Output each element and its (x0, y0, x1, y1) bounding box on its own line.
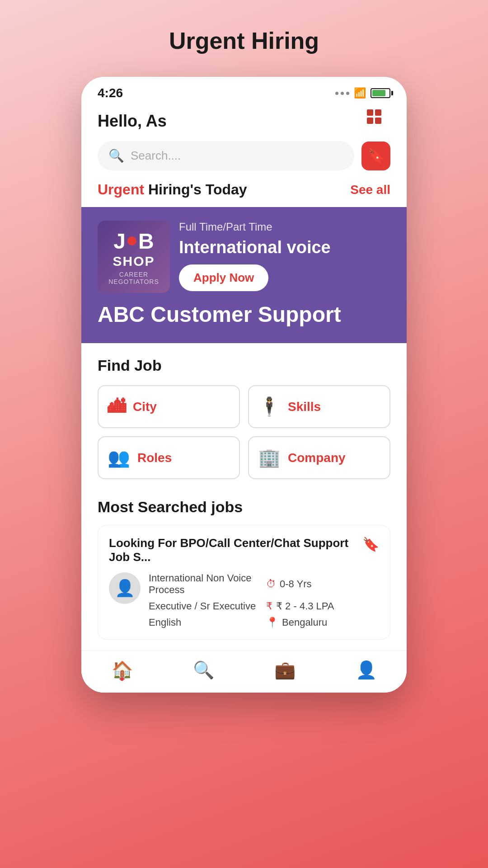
hiring-label: Hiring's Today (144, 181, 247, 198)
experience-text: 0-8 Yrs (280, 578, 312, 590)
search-input[interactable]: Search.... (131, 149, 181, 163)
find-job-title: Find Job (98, 357, 390, 374)
city-button[interactable]: 🏙 City (98, 385, 240, 428)
status-bar: 4:26 📶 (81, 77, 407, 105)
salary-text: ₹ 2 - 4.3 LPA (276, 600, 334, 612)
roles-label: Roles (137, 451, 172, 465)
job-listing-details: International Non Voice Process ⏱ 0-8 Yr… (149, 572, 379, 628)
apply-now-button[interactable]: Apply Now (179, 264, 268, 291)
app-header: Hello, As (81, 105, 407, 141)
bottom-nav: 🏠 🔍 💼 👤 (81, 651, 407, 693)
job-type: Full Time/Part Time (179, 221, 390, 233)
city-label: City (133, 400, 157, 414)
profile-icon: 👤 (356, 660, 377, 680)
find-job-grid: 🏙 City 🕴 Skills 👥 Roles 🏢 Company (98, 385, 390, 479)
status-icons: 📶 (335, 87, 390, 99)
find-job-section: Find Job 🏙 City 🕴 Skills 👥 Roles 🏢 Compa… (81, 343, 407, 479)
page-title: Urgent Hiring (169, 27, 319, 54)
location-icon: 📍 (266, 617, 278, 628)
company-button[interactable]: 🏢 Company (248, 436, 390, 479)
company-name: ABC Customer Support (98, 302, 390, 327)
bookmark-button[interactable]: 🔖 (361, 142, 390, 170)
job-card: J B SHOP CAREER NEGOTIATORS Full Time/Pa… (81, 207, 407, 343)
company-logo: J B SHOP CAREER NEGOTIATORS (98, 221, 170, 293)
roles-icon: 👥 (108, 447, 130, 468)
status-time: 4:26 (98, 86, 123, 100)
skills-button[interactable]: 🕴 Skills (248, 385, 390, 428)
experience-icon: ⏱ (266, 578, 276, 590)
city-icon: 🏙 (108, 396, 126, 417)
job-experience: ⏱ 0-8 Yrs (266, 572, 379, 596)
bookmark-icon: 🔖 (368, 148, 385, 164)
skills-icon: 🕴 (258, 396, 281, 417)
battery-icon (371, 88, 390, 98)
home-active-dot (120, 677, 124, 681)
listing-bookmark-icon[interactable]: 🔖 (362, 536, 379, 552)
language-text: English (149, 617, 181, 628)
most-searched-section: Most Searched jobs Looking For BPO/Call … (81, 487, 407, 640)
search-icon: 🔍 (108, 148, 124, 163)
salary-icon: ₹ (266, 600, 272, 612)
urgent-section-title: Urgent Hiring's Today (98, 181, 247, 198)
qr-code-button[interactable] (367, 109, 390, 133)
job-card-top: J B SHOP CAREER NEGOTIATORS Full Time/Pa… (98, 221, 390, 293)
applications-icon: 💼 (274, 660, 296, 680)
urgent-section-header: Urgent Hiring's Today See all (81, 181, 407, 207)
jobs-icon: 🔍 (193, 660, 214, 680)
job-role: International Non Voice Process (149, 572, 262, 596)
signal-dots (335, 92, 349, 95)
wifi-icon: 📶 (354, 87, 366, 99)
company-icon: 🏢 (258, 447, 281, 468)
most-searched-title: Most Searched jobs (98, 498, 390, 516)
see-all-link[interactable]: See all (350, 183, 390, 197)
search-row: 🔍 Search.... 🔖 (81, 141, 407, 181)
skills-label: Skills (288, 400, 321, 414)
job-language: English (149, 617, 262, 628)
search-bar[interactable]: 🔍 Search.... (98, 141, 354, 170)
level-text: Executive / Sr Executive (149, 600, 256, 612)
job-card-details: Full Time/Part Time International voice … (170, 221, 390, 291)
job-title: International voice (179, 238, 390, 257)
job-level: Executive / Sr Executive (149, 600, 262, 612)
job-listing-body: 👤 International Non Voice Process ⏱ 0-8 … (109, 572, 379, 628)
job-salary: ₹ ₹ 2 - 4.3 LPA (266, 600, 379, 612)
job-listing-header: Looking For BPO/Call Center/Chat Support… (109, 536, 379, 564)
company-label: Company (288, 451, 346, 465)
nav-applications[interactable]: 💼 (274, 660, 296, 680)
nav-jobs[interactable]: 🔍 (193, 660, 214, 680)
role-text: International Non Voice Process (149, 572, 262, 596)
location-text: Bengaluru (282, 617, 327, 628)
urgent-label: Urgent (98, 181, 144, 198)
job-location: 📍 Bengaluru (266, 617, 379, 628)
roles-button[interactable]: 👥 Roles (98, 436, 240, 479)
phone-frame: 4:26 📶 Hello, As 🔍 Search.... 🔖 (81, 77, 407, 693)
company-avatar: 👤 (109, 572, 141, 604)
greeting-text: Hello, As (98, 112, 167, 131)
job-listing-card: Looking For BPO/Call Center/Chat Support… (98, 525, 390, 640)
job-listing-title: Looking For BPO/Call Center/Chat Support… (109, 536, 362, 564)
nav-home[interactable]: 🏠 (112, 660, 133, 680)
nav-profile[interactable]: 👤 (356, 660, 377, 680)
